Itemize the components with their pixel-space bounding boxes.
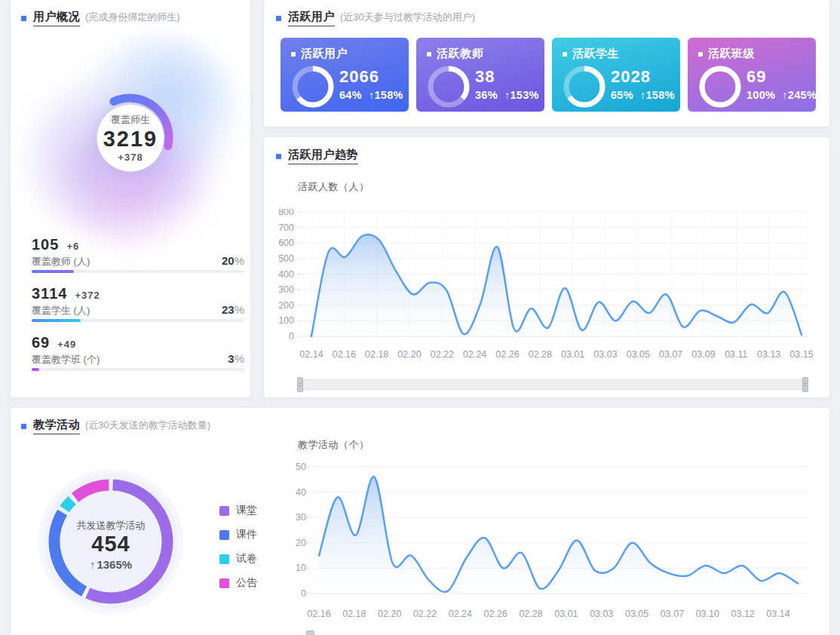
progress-bar <box>32 368 244 371</box>
datazoom-handle-right[interactable] <box>802 377 808 392</box>
svg-text:20: 20 <box>296 538 306 548</box>
trend-y-axis-title: 活跃人数（人） <box>298 180 369 194</box>
tile-ring-chart <box>427 65 471 109</box>
teaching-title[interactable]: 教学活动 <box>33 418 80 434</box>
teaching-activity-card: 教学活动 (近30天发送的教学活动数量) 共发送教学活动 454 ↑1365% … <box>11 408 829 635</box>
svg-text:02.28: 02.28 <box>519 609 542 619</box>
tile-ring-chart <box>291 65 335 109</box>
tile-bullet-icon <box>698 52 703 57</box>
svg-text:03.15: 03.15 <box>789 349 813 360</box>
user-overview-title[interactable]: 用户概况 <box>33 10 80 26</box>
tile-percent-trend: 100%↑245% <box>746 89 817 101</box>
teaching-subtitle: (近30天发送的教学活动数量) <box>85 419 210 432</box>
stat-row-students: 3114 +372 覆盖学生 (人) 23% <box>32 285 244 324</box>
tile-label: 活跃学生 <box>572 47 619 61</box>
user-overview-card: 用户概况 (完成身份绑定的师生) 覆盖师生 3219 +378 105 +6 覆… <box>11 0 250 397</box>
up-arrow-icon: ↑ <box>90 558 96 571</box>
progress-fill <box>32 319 81 322</box>
active-trend-card: 活跃用户趋势 活跃人数（人） 0100200300400500600700800… <box>264 137 829 397</box>
stat-row-teachers: 105 +6 覆盖教师 (人) 20% <box>32 236 244 275</box>
section-bullet-icon <box>21 16 26 21</box>
teaching-header: 教学活动 (近30天发送的教学活动数量) <box>21 418 210 434</box>
svg-text:02.20: 02.20 <box>378 609 401 619</box>
svg-text:03.12: 03.12 <box>731 609 755 619</box>
donut-center: 共发送教学活动 454 ↑1365% <box>51 519 171 564</box>
tile-value: 2066 <box>339 67 379 87</box>
svg-text:03.01: 03.01 <box>554 609 578 619</box>
gauge-label: 覆盖师生 <box>111 113 150 127</box>
tile-label: 活跃教师 <box>437 47 483 61</box>
svg-text:40: 40 <box>296 487 306 498</box>
user-overview-header: 用户概况 (完成身份绑定的师生) <box>21 10 180 26</box>
tile-label: 活跃用户 <box>301 47 348 61</box>
svg-text:600: 600 <box>278 238 294 248</box>
svg-text:03.11: 03.11 <box>725 349 747 360</box>
datazoom-handle-partial[interactable] <box>306 630 314 635</box>
legend-swatch-icon <box>219 578 229 588</box>
legend-item-kejian[interactable]: 课件 <box>219 529 257 541</box>
stat-label: 覆盖学生 (人) <box>32 304 90 318</box>
svg-text:02.14: 02.14 <box>299 349 323 360</box>
svg-text:02.16: 02.16 <box>333 349 356 360</box>
svg-text:02.18: 02.18 <box>365 349 388 360</box>
tile-bullet-icon <box>563 52 567 57</box>
stat-label: 覆盖教师 (人) <box>32 255 90 268</box>
stat-row-classes: 69 +49 覆盖教学班 (个) 3% <box>32 334 244 373</box>
tile-value: 69 <box>746 67 766 87</box>
svg-text:10: 10 <box>296 563 306 573</box>
svg-text:400: 400 <box>278 269 294 280</box>
svg-text:02.26: 02.26 <box>484 609 507 619</box>
active-users-trend-chart[interactable]: 010020030040050060070080002.1402.1602.18… <box>267 209 814 371</box>
svg-text:03.03: 03.03 <box>593 349 617 360</box>
svg-text:700: 700 <box>278 222 294 233</box>
tile-active-users: 活跃用户 2066 64%↑158% <box>281 38 409 112</box>
tile-active-classes: 活跃班级 69 100%↑245% <box>688 38 816 112</box>
svg-text:03.13: 03.13 <box>757 349 780 360</box>
donut-center-trend: ↑1365% <box>51 558 171 571</box>
section-bullet-icon <box>276 16 281 21</box>
progress-fill <box>32 368 39 371</box>
teaching-activity-chart[interactable]: 0102030405002.1602.1802.2002.2202.2402.2… <box>276 452 819 629</box>
svg-text:03.01: 03.01 <box>561 349 584 360</box>
tile-bullet-icon <box>291 52 296 57</box>
svg-text:02.22: 02.22 <box>431 349 454 360</box>
tile-percent-trend: 36%↑153% <box>475 89 539 101</box>
svg-text:30: 30 <box>296 512 306 523</box>
active-trend-title[interactable]: 活跃用户趋势 <box>288 148 358 164</box>
svg-text:03.03: 03.03 <box>590 609 613 619</box>
gauge-value: 3219 <box>103 127 158 152</box>
svg-text:03.14: 03.14 <box>766 609 789 619</box>
legend-swatch-icon <box>219 554 229 564</box>
legend-item-ketang[interactable]: 课堂 <box>219 505 257 517</box>
svg-text:02.26: 02.26 <box>495 349 519 360</box>
active-users-title[interactable]: 活跃用户 <box>288 10 335 26</box>
dashboard-page: { "colors": { "accent_blue": "#3e7bfa", … <box>0 0 840 635</box>
svg-text:200: 200 <box>278 300 294 311</box>
svg-text:0: 0 <box>289 331 294 342</box>
legend-item-shijuan[interactable]: 试卷 <box>219 553 257 565</box>
datazoom-track[interactable] <box>300 379 808 390</box>
svg-text:03.05: 03.05 <box>627 349 650 360</box>
section-bullet-icon <box>21 424 26 429</box>
svg-text:02.18: 02.18 <box>342 609 366 619</box>
tile-active-teachers: 活跃教师 38 36%↑153% <box>416 38 544 112</box>
svg-text:0: 0 <box>301 588 306 599</box>
stat-value: 3114 <box>32 285 67 302</box>
svg-text:03.07: 03.07 <box>659 349 682 360</box>
progress-fill <box>32 270 74 273</box>
svg-text:03.09: 03.09 <box>691 349 715 360</box>
svg-text:03.05: 03.05 <box>625 609 648 619</box>
svg-text:02.24: 02.24 <box>449 609 472 619</box>
active-users-card: 活跃用户 (近30天参与过教学活动的用户) 活跃用户 2066 64%↑158%… <box>264 0 829 127</box>
tile-ring-chart <box>698 65 742 109</box>
svg-text:300: 300 <box>278 284 294 295</box>
active-trend-header: 活跃用户趋势 <box>276 148 358 164</box>
active-users-subtitle: (近30天参与过教学活动的用户) <box>340 11 475 24</box>
stat-percent: 23% <box>222 303 244 316</box>
stat-percent: 20% <box>222 254 244 267</box>
legend-item-gonggao[interactable]: 公告 <box>219 577 257 589</box>
svg-text:50: 50 <box>296 462 306 472</box>
progress-bar <box>32 319 244 322</box>
tile-active-students: 活跃学生 2028 65%↑158% <box>552 38 680 112</box>
datazoom-handle-left[interactable] <box>297 377 303 392</box>
